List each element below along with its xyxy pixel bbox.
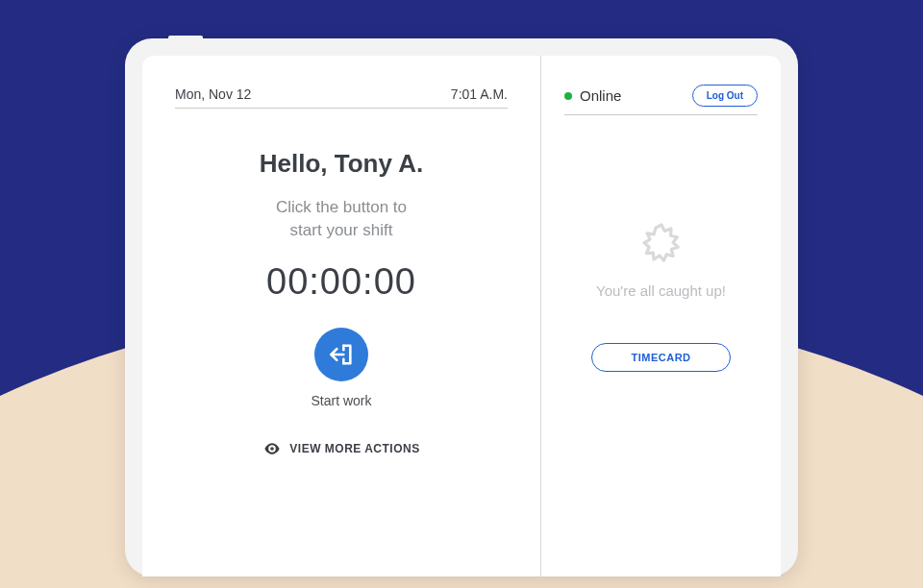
side-pane: Online Log Out You're all caught up! TIM… <box>540 56 781 576</box>
status-bar: Online Log Out <box>564 85 758 115</box>
caught-up-text: You're all caught up! <box>596 282 726 299</box>
sun-icon <box>638 221 685 267</box>
instruction-text: Click the button to start your shift <box>175 196 508 242</box>
start-work-label: Start work <box>175 393 508 408</box>
svg-marker-1 <box>644 225 678 260</box>
start-work-button[interactable] <box>314 328 368 381</box>
tablet-frame: Mon, Nov 12 7:01 A.M. Hello, Tony A. Cli… <box>125 38 798 576</box>
logout-button[interactable]: Log Out <box>692 85 758 107</box>
main-pane: Mon, Nov 12 7:01 A.M. Hello, Tony A. Cli… <box>142 56 540 576</box>
greeting-text: Hello, Tony A. <box>175 149 508 179</box>
time-label: 7:01 A.M. <box>451 86 508 102</box>
timecard-button[interactable]: TIMECARD <box>591 343 730 372</box>
online-status: Online <box>564 87 621 104</box>
shift-timer: 00:00:00 <box>175 261 508 303</box>
online-status-text: Online <box>580 87 621 104</box>
eye-icon <box>262 439 282 458</box>
date-label: Mon, Nov 12 <box>175 86 251 102</box>
datetime-header: Mon, Nov 12 7:01 A.M. <box>175 86 508 109</box>
start-work-container <box>175 328 508 381</box>
online-indicator-dot <box>564 92 572 100</box>
app-screen: Mon, Nov 12 7:01 A.M. Hello, Tony A. Cli… <box>142 56 781 576</box>
svg-point-0 <box>270 447 274 451</box>
login-arrow-icon <box>328 341 355 368</box>
view-more-actions-label: VIEW MORE ACTIONS <box>289 442 419 455</box>
tablet-notch <box>168 36 203 39</box>
view-more-actions-link[interactable]: VIEW MORE ACTIONS <box>175 439 508 458</box>
